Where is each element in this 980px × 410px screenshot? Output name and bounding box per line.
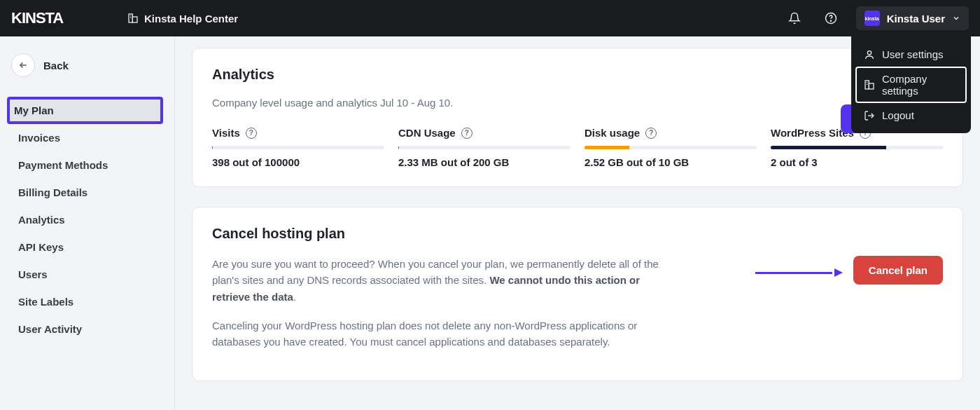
metric-label: Visits	[212, 127, 240, 139]
sidebar-item-api-keys[interactable]: API Keys	[11, 233, 163, 261]
back-label: Back	[43, 60, 69, 71]
sidebar-item-my-plan[interactable]: My Plan	[7, 97, 163, 124]
svg-rect-9	[869, 83, 874, 89]
analytics-title: Analytics	[212, 67, 943, 83]
user-dropdown: User settings Company settings Logout	[851, 36, 971, 133]
metric-cdn-usage: CDN Usage? 2.33 MB out of 200 GB	[398, 127, 570, 168]
menu-company-settings[interactable]: Company settings	[855, 67, 967, 103]
sidebar-item-site-labels[interactable]: Site Labels	[11, 288, 163, 315]
sidebar: Back My Plan Invoices Payment Methods Bi…	[0, 36, 175, 410]
sidebar-item-billing-details[interactable]: Billing Details	[11, 179, 163, 206]
avatar: kinsta	[864, 11, 880, 26]
chevron-down-icon	[952, 14, 960, 22]
metric-value: 2.52 GB out of 10 GB	[584, 156, 757, 168]
metric-value: 2 out of 3	[771, 156, 943, 168]
info-icon[interactable]: ?	[461, 128, 472, 139]
notifications-button[interactable]	[783, 7, 806, 29]
user-icon	[864, 49, 875, 60]
metric-disk-usage: Disk usage? 2.52 GB out of 10 GB	[584, 127, 757, 168]
svg-text:KINSTA: KINSTA	[11, 11, 64, 26]
metric-visits: Visits? 398 out of 100000	[212, 127, 384, 168]
cancel-description: Are you sure you want to proceed? When y…	[212, 256, 674, 362]
info-icon[interactable]: ?	[246, 128, 257, 139]
company-icon	[864, 79, 875, 90]
back-arrow-icon	[11, 53, 35, 77]
svg-rect-2	[132, 17, 137, 22]
annotation-arrow	[755, 266, 845, 279]
svg-marker-14	[834, 268, 843, 277]
progress-bar	[584, 146, 757, 149]
logo: KINSTA	[11, 11, 88, 26]
back-button[interactable]: Back	[11, 53, 163, 77]
cancel-plan-button[interactable]: Cancel plan	[853, 256, 943, 285]
menu-label: Company settings	[882, 73, 958, 97]
cancel-title: Cancel hosting plan	[212, 226, 943, 242]
topbar: KINSTA Kinsta Help Center kinsta Kinsta …	[0, 0, 980, 36]
bell-icon	[788, 12, 801, 25]
metrics-row: Visits? 398 out of 100000 CDN Usage? 2.3…	[212, 127, 943, 168]
metric-value: 2.33 MB out of 200 GB	[398, 156, 570, 168]
kinsta-logo-icon: KINSTA	[11, 11, 88, 26]
svg-point-6	[830, 20, 831, 21]
sidebar-item-analytics[interactable]: Analytics	[11, 206, 163, 233]
cancel-plan-card: Cancel hosting plan Are you sure you wan…	[192, 207, 963, 381]
user-menu-button[interactable]: kinsta Kinsta User	[856, 6, 969, 30]
user-name-label: Kinsta User	[887, 13, 945, 25]
metric-label: CDN Usage	[398, 127, 456, 139]
sidebar-item-payment-methods[interactable]: Payment Methods	[11, 151, 163, 179]
sidebar-item-invoices[interactable]: Invoices	[11, 124, 163, 151]
analytics-card: Analytics Company level usage and analyt…	[192, 48, 963, 187]
company-icon	[127, 13, 139, 24]
sidebar-nav: My Plan Invoices Payment Methods Billing…	[11, 97, 163, 343]
menu-logout[interactable]: Logout	[855, 103, 967, 128]
help-center-link[interactable]: Kinsta Help Center	[127, 13, 238, 25]
progress-bar	[771, 146, 943, 149]
progress-bar	[212, 146, 384, 149]
info-icon[interactable]: ?	[645, 128, 657, 139]
sidebar-item-users[interactable]: Users	[11, 261, 163, 288]
svg-point-7	[867, 50, 871, 54]
menu-label: Logout	[882, 109, 914, 121]
topbar-right: kinsta Kinsta User	[783, 6, 969, 30]
menu-label: User settings	[882, 48, 944, 60]
help-button[interactable]	[820, 7, 842, 29]
metric-value: 398 out of 100000	[212, 156, 384, 168]
menu-user-settings[interactable]: User settings	[855, 42, 967, 67]
analytics-subtitle: Company level usage and analytics Jul 10…	[212, 97, 943, 109]
help-icon	[825, 12, 837, 25]
logout-icon	[864, 110, 875, 121]
help-center-label: Kinsta Help Center	[144, 13, 238, 25]
metric-label: Disk usage	[584, 127, 640, 139]
progress-bar	[398, 146, 570, 149]
sidebar-item-user-activity[interactable]: User Activity	[11, 315, 163, 343]
